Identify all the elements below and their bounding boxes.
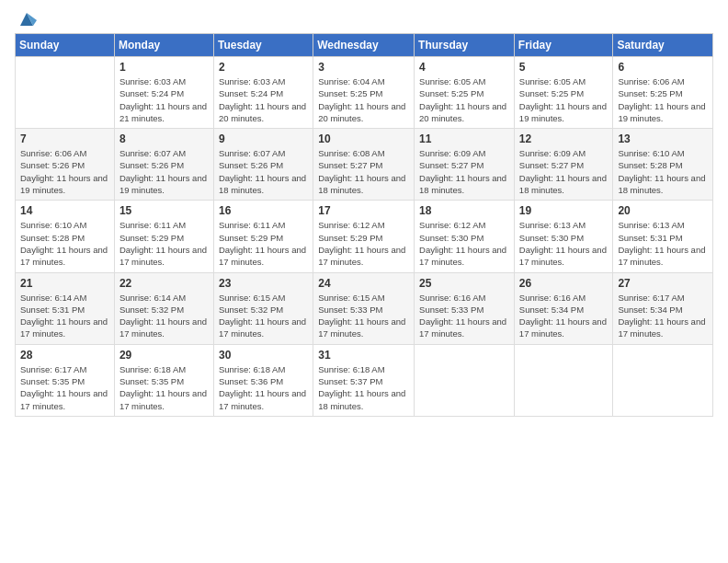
- day-number: 29: [119, 349, 209, 362]
- day-info: Sunrise: 6:06 AMSunset: 5:26 PMDaylight:…: [20, 147, 109, 196]
- day-cell: 17Sunrise: 6:12 AMSunset: 5:29 PMDayligh…: [313, 201, 415, 272]
- day-cell: 12Sunrise: 6:09 AMSunset: 5:27 PMDayligh…: [514, 129, 613, 201]
- day-cell: 27Sunrise: 6:17 AMSunset: 5:34 PMDayligh…: [613, 272, 713, 344]
- day-info: Sunrise: 6:08 AMSunset: 5:27 PMDaylight:…: [318, 147, 409, 196]
- day-info: Sunrise: 6:05 AMSunset: 5:25 PMDaylight:…: [519, 75, 609, 124]
- day-cell: 28Sunrise: 6:17 AMSunset: 5:35 PMDayligh…: [16, 344, 115, 416]
- day-number: 1: [119, 61, 209, 74]
- day-cell: [16, 57, 115, 129]
- day-info: Sunrise: 6:10 AMSunset: 5:28 PMDaylight:…: [20, 219, 109, 268]
- day-cell: 14Sunrise: 6:10 AMSunset: 5:28 PMDayligh…: [16, 201, 115, 272]
- day-info: Sunrise: 6:09 AMSunset: 5:27 PMDaylight:…: [419, 147, 509, 196]
- week-row-5: 28Sunrise: 6:17 AMSunset: 5:35 PMDayligh…: [16, 344, 713, 416]
- day-number: 14: [20, 204, 109, 217]
- day-number: 27: [618, 277, 708, 290]
- logo: [15, 11, 37, 26]
- day-cell: 4Sunrise: 6:05 AMSunset: 5:25 PMDaylight…: [415, 57, 515, 129]
- day-number: 10: [318, 132, 409, 145]
- day-info: Sunrise: 6:12 AMSunset: 5:29 PMDaylight:…: [318, 219, 409, 268]
- day-cell: 26Sunrise: 6:16 AMSunset: 5:34 PMDayligh…: [514, 272, 613, 344]
- day-cell: 29Sunrise: 6:18 AMSunset: 5:35 PMDayligh…: [114, 344, 213, 416]
- week-row-4: 21Sunrise: 6:14 AMSunset: 5:31 PMDayligh…: [16, 272, 713, 344]
- day-number: 7: [20, 132, 109, 145]
- day-cell: 5Sunrise: 6:05 AMSunset: 5:25 PMDaylight…: [514, 57, 613, 129]
- day-number: 26: [519, 277, 609, 290]
- weekday-saturday: Saturday: [613, 34, 713, 57]
- day-cell: 8Sunrise: 6:07 AMSunset: 5:26 PMDaylight…: [114, 129, 213, 201]
- day-number: 25: [419, 277, 509, 290]
- day-cell: 3Sunrise: 6:04 AMSunset: 5:25 PMDaylight…: [313, 57, 415, 129]
- weekday-wednesday: Wednesday: [313, 34, 415, 57]
- day-info: Sunrise: 6:13 AMSunset: 5:31 PMDaylight:…: [618, 219, 708, 268]
- day-info: Sunrise: 6:10 AMSunset: 5:28 PMDaylight:…: [618, 147, 708, 196]
- day-number: 2: [219, 61, 308, 74]
- week-row-3: 14Sunrise: 6:10 AMSunset: 5:28 PMDayligh…: [16, 201, 713, 272]
- day-cell: 19Sunrise: 6:13 AMSunset: 5:30 PMDayligh…: [514, 201, 613, 272]
- weekday-tuesday: Tuesday: [213, 34, 313, 57]
- day-cell: [415, 344, 515, 416]
- day-cell: 2Sunrise: 6:03 AMSunset: 5:24 PMDaylight…: [213, 57, 313, 129]
- weekday-friday: Friday: [514, 34, 613, 57]
- day-number: 4: [419, 61, 509, 74]
- week-row-2: 7Sunrise: 6:06 AMSunset: 5:26 PMDaylight…: [16, 129, 713, 201]
- day-cell: 18Sunrise: 6:12 AMSunset: 5:30 PMDayligh…: [415, 201, 515, 272]
- day-number: 30: [219, 349, 308, 362]
- day-info: Sunrise: 6:18 AMSunset: 5:37 PMDaylight:…: [318, 363, 409, 412]
- day-number: 28: [20, 349, 109, 362]
- day-info: Sunrise: 6:13 AMSunset: 5:30 PMDaylight:…: [519, 219, 609, 268]
- day-info: Sunrise: 6:07 AMSunset: 5:26 PMDaylight:…: [219, 147, 308, 196]
- day-cell: [613, 344, 713, 416]
- day-number: 24: [318, 277, 409, 290]
- day-info: Sunrise: 6:07 AMSunset: 5:26 PMDaylight:…: [119, 147, 209, 196]
- week-row-1: 1Sunrise: 6:03 AMSunset: 5:24 PMDaylight…: [16, 57, 713, 129]
- day-info: Sunrise: 6:06 AMSunset: 5:25 PMDaylight:…: [618, 75, 708, 124]
- weekday-header-row: SundayMondayTuesdayWednesdayThursdayFrid…: [16, 34, 713, 57]
- day-info: Sunrise: 6:11 AMSunset: 5:29 PMDaylight:…: [119, 219, 209, 268]
- day-cell: 13Sunrise: 6:10 AMSunset: 5:28 PMDayligh…: [613, 129, 713, 201]
- day-info: Sunrise: 6:14 AMSunset: 5:32 PMDaylight:…: [119, 292, 209, 340]
- day-info: Sunrise: 6:15 AMSunset: 5:32 PMDaylight:…: [219, 292, 308, 340]
- weekday-monday: Monday: [114, 34, 213, 57]
- day-info: Sunrise: 6:18 AMSunset: 5:36 PMDaylight:…: [219, 363, 308, 412]
- day-info: Sunrise: 6:17 AMSunset: 5:35 PMDaylight:…: [20, 363, 109, 412]
- header: [15, 11, 713, 26]
- day-cell: 10Sunrise: 6:08 AMSunset: 5:27 PMDayligh…: [313, 129, 415, 201]
- day-info: Sunrise: 6:03 AMSunset: 5:24 PMDaylight:…: [219, 75, 308, 124]
- day-number: 12: [519, 132, 609, 145]
- day-info: Sunrise: 6:05 AMSunset: 5:25 PMDaylight:…: [419, 75, 509, 124]
- day-number: 16: [219, 204, 308, 217]
- day-cell: 7Sunrise: 6:06 AMSunset: 5:26 PMDaylight…: [16, 129, 115, 201]
- day-info: Sunrise: 6:12 AMSunset: 5:30 PMDaylight:…: [419, 219, 509, 268]
- day-number: 23: [219, 277, 308, 290]
- day-cell: 20Sunrise: 6:13 AMSunset: 5:31 PMDayligh…: [613, 201, 713, 272]
- day-number: 3: [318, 61, 409, 74]
- day-cell: 1Sunrise: 6:03 AMSunset: 5:24 PMDaylight…: [114, 57, 213, 129]
- day-info: Sunrise: 6:09 AMSunset: 5:27 PMDaylight:…: [519, 147, 609, 196]
- day-info: Sunrise: 6:18 AMSunset: 5:35 PMDaylight:…: [119, 363, 209, 412]
- logo-icon: [17, 9, 37, 29]
- day-number: 5: [519, 61, 609, 74]
- day-cell: 16Sunrise: 6:11 AMSunset: 5:29 PMDayligh…: [213, 201, 313, 272]
- day-cell: 23Sunrise: 6:15 AMSunset: 5:32 PMDayligh…: [213, 272, 313, 344]
- day-cell: 9Sunrise: 6:07 AMSunset: 5:26 PMDaylight…: [213, 129, 313, 201]
- day-number: 18: [419, 204, 509, 217]
- day-cell: [514, 344, 613, 416]
- day-number: 20: [618, 204, 708, 217]
- day-number: 6: [618, 61, 708, 74]
- day-number: 19: [519, 204, 609, 217]
- day-number: 22: [119, 277, 209, 290]
- day-number: 31: [318, 349, 409, 362]
- day-info: Sunrise: 6:11 AMSunset: 5:29 PMDaylight:…: [219, 219, 308, 268]
- page-container: SundayMondayTuesdayWednesdayThursdayFrid…: [0, 0, 728, 424]
- day-cell: 6Sunrise: 6:06 AMSunset: 5:25 PMDaylight…: [613, 57, 713, 129]
- day-info: Sunrise: 6:14 AMSunset: 5:31 PMDaylight:…: [20, 292, 109, 340]
- day-info: Sunrise: 6:04 AMSunset: 5:25 PMDaylight:…: [318, 75, 409, 124]
- day-cell: 25Sunrise: 6:16 AMSunset: 5:33 PMDayligh…: [415, 272, 515, 344]
- day-number: 9: [219, 132, 308, 145]
- day-number: 8: [119, 132, 209, 145]
- day-cell: 22Sunrise: 6:14 AMSunset: 5:32 PMDayligh…: [114, 272, 213, 344]
- day-cell: 11Sunrise: 6:09 AMSunset: 5:27 PMDayligh…: [415, 129, 515, 201]
- day-number: 17: [318, 204, 409, 217]
- day-info: Sunrise: 6:15 AMSunset: 5:33 PMDaylight:…: [318, 292, 409, 340]
- day-info: Sunrise: 6:03 AMSunset: 5:24 PMDaylight:…: [119, 75, 209, 124]
